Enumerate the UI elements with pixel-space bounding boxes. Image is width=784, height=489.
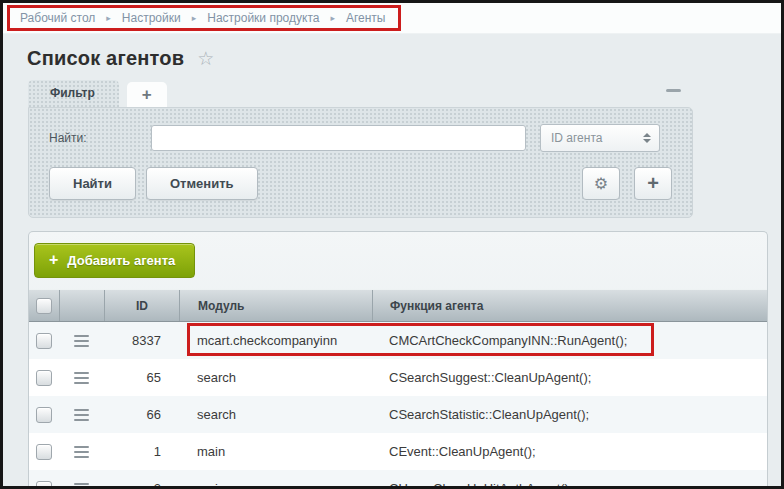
row-checkbox-cell bbox=[29, 470, 59, 489]
row-menu-icon[interactable] bbox=[74, 335, 89, 347]
breadcrumb: Рабочий стол ▸ Настройки ▸ Настройки про… bbox=[20, 11, 386, 25]
row-module: search bbox=[179, 396, 372, 433]
tab-filter[interactable]: Фильтр bbox=[28, 80, 119, 107]
gear-icon: ⚙ bbox=[594, 176, 608, 192]
row-checkbox[interactable] bbox=[36, 407, 52, 423]
column-header-id[interactable]: ID bbox=[104, 290, 179, 321]
row-menu-cell bbox=[59, 433, 104, 470]
row-checkbox[interactable] bbox=[36, 481, 52, 489]
breadcrumb-separator-icon: ▸ bbox=[330, 13, 335, 23]
table-body: 8337 mcart.checkcompanyinn CMCArtCheckCo… bbox=[29, 322, 767, 489]
row-checkbox[interactable] bbox=[36, 370, 52, 386]
row-id: 65 bbox=[104, 359, 179, 396]
find-button[interactable]: Найти bbox=[49, 167, 136, 200]
filter-block: Фильтр + Найти: ID агента Найти Отменить bbox=[28, 80, 693, 218]
row-menu-icon[interactable] bbox=[74, 372, 89, 384]
column-header-function[interactable]: Функция агента bbox=[372, 290, 767, 321]
table-header: ID Модуль Функция агента bbox=[29, 289, 767, 322]
add-agent-button[interactable]: + Добавить агента bbox=[34, 243, 195, 278]
row-menu-cell bbox=[59, 322, 104, 359]
filter-settings-button[interactable]: ⚙ bbox=[582, 167, 620, 200]
row-menu-cell bbox=[59, 470, 104, 489]
field-select-value: ID агента bbox=[551, 131, 643, 145]
row-checkbox-cell bbox=[29, 433, 59, 470]
breadcrumb-item[interactable]: Настройки bbox=[122, 11, 181, 25]
row-checkbox[interactable] bbox=[36, 444, 52, 460]
table-row: 2 main CUser::CleanUpHitAuthAgent(); bbox=[29, 470, 767, 489]
menu-column-header bbox=[59, 290, 104, 321]
row-checkbox-cell bbox=[29, 359, 59, 396]
row-module: search bbox=[179, 359, 372, 396]
add-filter-tab-button[interactable]: + bbox=[127, 82, 167, 107]
search-label: Найти: bbox=[49, 131, 151, 145]
breadcrumb-separator-icon: ▸ bbox=[192, 13, 197, 23]
breadcrumb-item[interactable]: Агенты bbox=[346, 11, 386, 25]
plus-icon: + bbox=[49, 252, 58, 268]
plus-icon: + bbox=[647, 173, 659, 193]
cancel-button[interactable]: Отменить bbox=[146, 167, 258, 200]
select-all-cell bbox=[29, 290, 59, 321]
breadcrumb-bar: Рабочий стол ▸ Настройки ▸ Настройки про… bbox=[3, 3, 781, 34]
page: Рабочий стол ▸ Настройки ▸ Настройки про… bbox=[0, 0, 784, 489]
search-input[interactable] bbox=[151, 125, 526, 151]
select-all-checkbox[interactable] bbox=[36, 298, 52, 314]
row-function: CMCArtCheckCompanyINN::RunAgent(); bbox=[372, 322, 767, 359]
table-row: 66 search CSearchStatistic::CleanUpAgent… bbox=[29, 396, 767, 433]
add-filter-field-button[interactable]: + bbox=[634, 167, 672, 200]
page-title: Список агентов bbox=[27, 47, 184, 70]
breadcrumb-item[interactable]: Настройки продукта bbox=[207, 11, 319, 25]
grid-toolbar: + Добавить агента bbox=[29, 232, 767, 289]
row-id: 8337 bbox=[104, 322, 179, 359]
row-checkbox-cell bbox=[29, 322, 59, 359]
row-checkbox-cell bbox=[29, 396, 59, 433]
annotation-box-breadcrumb: Рабочий стол ▸ Настройки ▸ Настройки про… bbox=[7, 5, 401, 31]
row-menu-icon[interactable] bbox=[74, 483, 89, 489]
row-function: CEvent::CleanUpAgent(); bbox=[372, 433, 767, 470]
column-header-module[interactable]: Модуль bbox=[179, 290, 372, 321]
favorite-star-icon[interactable]: ☆ bbox=[197, 47, 214, 70]
row-function: CSearchSuggest::CleanUpAgent(); bbox=[372, 359, 767, 396]
collapse-filter-button[interactable] bbox=[666, 89, 681, 92]
plus-icon: + bbox=[142, 86, 152, 103]
row-id: 66 bbox=[104, 396, 179, 433]
breadcrumb-separator-icon: ▸ bbox=[106, 13, 111, 23]
filter-tabs: Фильтр + bbox=[28, 80, 693, 107]
row-module: main bbox=[179, 470, 372, 489]
table-row: 1 main CEvent::CleanUpAgent(); bbox=[29, 433, 767, 470]
row-id: 1 bbox=[104, 433, 179, 470]
row-menu-icon[interactable] bbox=[74, 409, 89, 421]
row-function: CSearchStatistic::CleanUpAgent(); bbox=[372, 396, 767, 433]
row-function: CUser::CleanUpHitAuthAgent(); bbox=[372, 470, 767, 489]
row-menu-cell bbox=[59, 396, 104, 433]
select-arrows-icon bbox=[643, 133, 651, 143]
title-row: Список агентов ☆ bbox=[3, 34, 781, 70]
row-checkbox[interactable] bbox=[36, 333, 52, 349]
breadcrumb-item[interactable]: Рабочий стол bbox=[20, 11, 95, 25]
filter-panel: Найти: ID агента Найти Отменить ⚙ + bbox=[28, 107, 693, 218]
table-row: 8337 mcart.checkcompanyinn CMCArtCheckCo… bbox=[29, 322, 767, 359]
agents-grid: + Добавить агента ID Модуль Функция аген… bbox=[28, 231, 768, 489]
field-select[interactable]: ID агента bbox=[540, 124, 660, 152]
table-row: 65 search CSearchSuggest::CleanUpAgent()… bbox=[29, 359, 767, 396]
row-id: 2 bbox=[104, 470, 179, 489]
row-menu-icon[interactable] bbox=[74, 446, 89, 458]
row-module: main bbox=[179, 433, 372, 470]
row-module: mcart.checkcompanyinn bbox=[179, 322, 372, 359]
row-menu-cell bbox=[59, 359, 104, 396]
